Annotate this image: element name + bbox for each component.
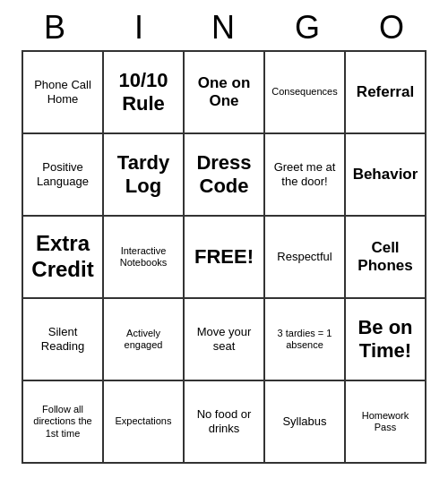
title-letter-I: I — [99, 9, 180, 47]
bingo-grid: Phone Call Home10/10 RuleOne on OneConse… — [22, 50, 426, 464]
bingo-cell-0: Phone Call Home — [23, 52, 104, 134]
bingo-cell-19: Be on Time! — [346, 299, 426, 381]
bingo-cell-18: 3 tardies = 1 absence — [265, 299, 346, 381]
bingo-cell-4: Referral — [346, 52, 426, 134]
bingo-cell-22: No food or drinks — [185, 381, 265, 464]
bingo-cell-7: Dress Code — [185, 134, 265, 217]
bingo-cell-17: Move your seat — [185, 299, 265, 381]
bingo-cell-12: FREE! — [185, 217, 265, 299]
title-letter-O: O — [352, 9, 433, 47]
bingo-cell-21: Expectations — [104, 381, 185, 464]
bingo-cell-13: Respectful — [265, 217, 346, 299]
bingo-cell-16: Actively engaged — [104, 299, 185, 381]
bingo-cell-11: Interactive Notebooks — [104, 217, 185, 299]
bingo-cell-8: Greet me at the door! — [265, 134, 346, 217]
bingo-cell-23: Syllabus — [265, 381, 346, 464]
bingo-cell-6: Tardy Log — [104, 134, 185, 217]
bingo-cell-15: Silent Reading — [23, 299, 104, 381]
bingo-cell-5: Positive Language — [23, 134, 104, 217]
title-letter-B: B — [15, 9, 96, 47]
bingo-cell-24: Homework Pass — [346, 381, 426, 464]
title-letter-G: G — [268, 9, 349, 47]
bingo-cell-14: Cell Phones — [346, 217, 426, 299]
bingo-cell-1: 10/10 Rule — [104, 52, 185, 134]
bingo-cell-2: One on One — [185, 52, 265, 134]
bingo-title: BINGO — [13, 9, 435, 47]
bingo-cell-20: Follow all directions the 1st time — [23, 381, 104, 464]
bingo-cell-3: Consequences — [265, 52, 346, 134]
bingo-cell-9: Behavior — [346, 134, 426, 217]
title-letter-N: N — [184, 9, 264, 47]
bingo-cell-10: Extra Credit — [23, 217, 104, 299]
